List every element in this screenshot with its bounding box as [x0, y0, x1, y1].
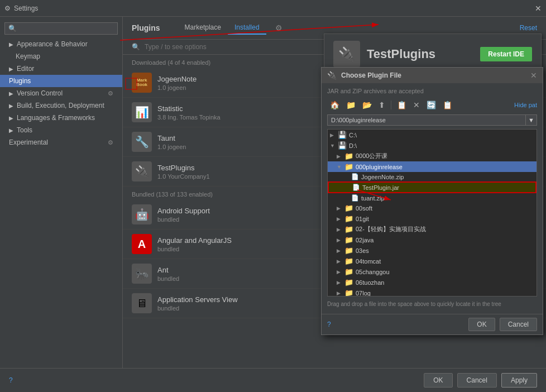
help-button[interactable]: ?: [9, 376, 13, 384]
plugin-icon-statistic: 📊: [132, 102, 152, 122]
plugin-icon-appservers: 🖥: [132, 293, 152, 313]
toolbar-separator: [391, 101, 391, 109]
tree-item-02java[interactable]: ▶ 📁 02java: [328, 235, 537, 245]
tab-marketplace[interactable]: Marketplace: [178, 21, 228, 35]
cancel-button[interactable]: Cancel: [457, 373, 497, 388]
close-button[interactable]: ✕: [535, 4, 542, 13]
path-input[interactable]: [327, 114, 526, 126]
settings-footer: ? OK Cancel Apply: [0, 368, 546, 392]
path-dropdown-button[interactable]: ▼: [526, 114, 537, 126]
search-icon: 🔍: [132, 43, 140, 51]
plugin-icon-android: 🤖: [132, 204, 152, 224]
tree-item-c[interactable]: ▶ 💾 C:\: [328, 130, 537, 140]
toolbar-home-button[interactable]: 🏠: [327, 99, 342, 111]
dialog-title-text: Choose Plugin File: [341, 71, 526, 79]
folder-icon: 📁: [344, 236, 353, 244]
tree-item-05changgou[interactable]: ▶ 📁 05changgou: [328, 266, 537, 277]
dialog-footer: ? OK Cancel: [322, 314, 543, 334]
sidebar-item-editor[interactable]: ▶ Editor: [0, 63, 122, 75]
dialog-ok-button[interactable]: OK: [468, 318, 495, 331]
arrow-icon: ▶: [9, 127, 13, 133]
testplugins-icon: 🔌: [135, 165, 149, 178]
testplugins-panel-title: TestPlugins: [367, 47, 473, 61]
plugins-gear-button[interactable]: ⚙: [275, 23, 282, 32]
arrow-icon: ▶: [9, 103, 13, 109]
hide-path-button[interactable]: Hide pat: [514, 102, 537, 108]
file-tree[interactable]: ▶ 💾 C:\ ▼ 💾 D:\ ▶ 📁 0000公开课 ▼ 📁 000plugi…: [327, 129, 537, 297]
tab-installed[interactable]: Installed: [228, 21, 266, 35]
tree-arrow: ▼: [330, 143, 336, 149]
arrow-icon: ▶: [9, 115, 13, 121]
tree-arrow: ▶: [337, 269, 342, 275]
toolbar-folder-button[interactable]: 📁: [343, 99, 358, 111]
testplugins-panel-icon: 🔌: [333, 41, 360, 68]
tree-item-tuant-zip[interactable]: ▶ 📄 tuant.zip: [328, 193, 537, 203]
sidebar-item-appearance[interactable]: ▶ Appearance & Behavior: [0, 38, 122, 50]
tree-item-testplugin-jar[interactable]: ▶ 📄 TestPlugin.jar: [328, 181, 537, 193]
plugin-icon-angular: A: [132, 234, 152, 254]
file-icon: 📄: [352, 184, 360, 191]
dialog-body: JAR and ZIP archives are accepted 🏠 📁 📂 …: [322, 83, 543, 314]
testplugins-restart-button[interactable]: Restart IDE: [480, 47, 532, 61]
folder-icon: 💾: [338, 141, 347, 150]
dialog-close-button[interactable]: ✕: [530, 71, 537, 80]
tree-arrow: ▶: [330, 132, 336, 138]
toolbar-refresh-button[interactable]: 🔄: [424, 99, 439, 111]
tree-item-01git[interactable]: ▶ 📁 01git: [328, 213, 537, 224]
file-icon: 📄: [351, 194, 359, 202]
arrow-icon: ▶: [9, 90, 13, 97]
sidebar-item-version-control[interactable]: ▶ Version Control ⚙: [0, 87, 122, 99]
tree-item-00soft[interactable]: ▶ 📁 00soft: [328, 203, 537, 213]
toolbar-paste-button[interactable]: 📋: [440, 99, 455, 111]
folder-icon: 📁: [344, 152, 353, 160]
folder-icon: 📁: [344, 267, 353, 276]
choose-file-dialog: 🔌 Choose Plugin File ✕ JAR and ZIP archi…: [321, 67, 543, 335]
tree-item-03es[interactable]: ▶ 📁 03es: [328, 245, 537, 256]
sidebar-item-experimental[interactable]: Experimental ⚙: [0, 136, 122, 149]
ok-button[interactable]: OK: [424, 373, 452, 388]
folder-icon: 📁: [344, 257, 353, 265]
taunt-icon: 🔧: [135, 135, 149, 149]
plugin-icon-taunt: 🔧: [132, 132, 152, 152]
sidebar-item-languages[interactable]: ▶ Languages & Frameworks: [0, 112, 122, 124]
file-icon: 📄: [351, 173, 359, 180]
tree-item-07log[interactable]: ▶ 📁 07log: [328, 288, 537, 297]
path-input-row: ▼: [327, 114, 537, 126]
tree-arrow: ▶: [337, 227, 342, 232]
tree-item-jogeennote-zip[interactable]: ▶ 📄 JogeenNote.zip: [328, 172, 537, 181]
plugin-icon-ant: 🐜: [132, 264, 152, 284]
sidebar-item-keymap[interactable]: Keymap: [0, 50, 122, 63]
tree-arrow: ▶: [337, 248, 342, 254]
dialog-cancel-button[interactable]: Cancel: [500, 318, 537, 331]
toolbar-up-button[interactable]: ⬆: [376, 99, 388, 111]
tree-item-04tomcat[interactable]: ▶ 📁 04tomcat: [328, 256, 537, 266]
tree-arrow: ▶: [337, 259, 342, 264]
tree-item-02[interactable]: ▶ 📁 02-【轻购】实施项目实战: [328, 224, 537, 235]
folder-icon: 📁: [344, 289, 353, 297]
dialog-title-icon: 🔌: [327, 71, 337, 80]
sidebar-item-plugins[interactable]: Plugins: [0, 75, 122, 87]
title-bar: ⚙ Settings ✕: [0, 0, 546, 17]
tree-item-06tuozhan[interactable]: ▶ 📁 06tuozhan: [328, 277, 537, 288]
plugin-icon-testplugins: 🔌: [132, 161, 152, 181]
toolbar-new-folder-button[interactable]: 📂: [360, 99, 375, 111]
toolbar-copy-button[interactable]: 📋: [394, 99, 409, 111]
sidebar-search-input[interactable]: [4, 22, 118, 35]
window-title: Settings: [14, 4, 531, 12]
tree-item-000pluginrelease[interactable]: ▼ 📁 000pluginrelease: [328, 161, 537, 172]
toolbar-delete-button[interactable]: ✕: [410, 99, 423, 111]
dialog-help-button[interactable]: ?: [327, 321, 331, 328]
folder-icon: 💾: [338, 131, 347, 139]
dialog-toolbar: 🏠 📁 📂 ⬆ 📋 ✕ 🔄 📋 Hide pat: [327, 99, 537, 111]
tree-item-0000[interactable]: ▶ 📁 0000公开课: [328, 151, 537, 161]
tree-arrow: ▶: [337, 216, 342, 222]
apply-button[interactable]: Apply: [501, 373, 537, 388]
reset-button[interactable]: Reset: [520, 24, 537, 32]
sidebar-item-build[interactable]: ▶ Build, Execution, Deployment: [0, 99, 122, 112]
arrow-icon: ▶: [9, 66, 13, 72]
folder-icon: 📁: [344, 162, 353, 171]
tree-item-d[interactable]: ▼ 💾 D:\: [328, 140, 537, 151]
tree-arrow: ▼: [337, 164, 342, 170]
dialog-title-bar: 🔌 Choose Plugin File ✕: [322, 68, 543, 83]
sidebar-item-tools[interactable]: ▶ Tools: [0, 124, 122, 136]
